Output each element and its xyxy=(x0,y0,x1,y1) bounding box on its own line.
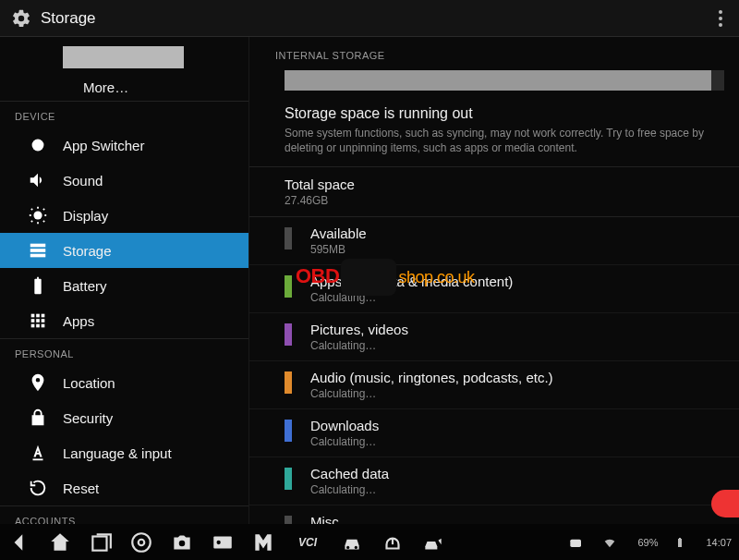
sidebar-item-label: Location xyxy=(63,375,115,391)
circle-icon xyxy=(28,135,48,155)
storage-category-row[interactable]: Apps (app data & media content)Calculati… xyxy=(249,265,739,313)
category-swatch xyxy=(285,227,292,250)
vci-shortcut-icon[interactable]: VCI xyxy=(292,530,323,554)
app-shortcut-icon[interactable] xyxy=(211,530,235,554)
sidebar-category-accounts: ACCOUNTS xyxy=(0,505,248,524)
sidebar-more[interactable]: More… xyxy=(0,74,248,101)
sidebar-item-reset[interactable]: Reset xyxy=(0,470,248,505)
overflow-menu-icon[interactable] xyxy=(719,10,722,27)
category-label: Available xyxy=(310,225,367,241)
svg-rect-2 xyxy=(30,244,46,248)
car-shop-icon[interactable] xyxy=(421,530,445,554)
car-diag-icon[interactable] xyxy=(340,530,364,554)
svg-point-18 xyxy=(179,540,186,546)
category-label: Downloads xyxy=(310,418,379,433)
category-label: Audio (music, ringtones, podcasts, etc.) xyxy=(310,370,553,385)
storage-category-row[interactable]: Misc. xyxy=(249,505,739,524)
m-shortcut-icon[interactable] xyxy=(251,530,275,554)
tpms-icon[interactable] xyxy=(381,530,405,554)
sidebar-item-security[interactable]: Security xyxy=(0,400,248,435)
settings-gear-icon xyxy=(11,8,31,29)
svg-point-20 xyxy=(217,540,221,543)
svg-rect-3 xyxy=(30,249,46,252)
storage-category-row[interactable]: Cached dataCalculating… xyxy=(249,457,739,505)
battery-status-icon xyxy=(674,530,685,554)
sidebar-item-storage[interactable]: Storage xyxy=(0,233,248,268)
recent-apps-icon[interactable] xyxy=(89,530,113,554)
sidebar-item-label: Battery xyxy=(63,278,107,294)
category-label: Cached data xyxy=(310,466,389,481)
svg-rect-15 xyxy=(92,536,106,550)
category-value: Calculating… xyxy=(310,387,553,400)
category-value: Calculating… xyxy=(310,291,513,304)
svg-point-17 xyxy=(139,539,145,545)
svg-rect-25 xyxy=(678,539,682,547)
category-swatch xyxy=(285,420,292,442)
svg-rect-4 xyxy=(30,254,46,258)
svg-rect-5 xyxy=(31,314,35,318)
total-space-value: 27.46GB xyxy=(285,194,711,207)
svg-rect-12 xyxy=(36,324,40,328)
storage-warning: Storage space is running out Some system… xyxy=(249,91,739,167)
apps-grid-icon xyxy=(28,310,48,331)
svg-rect-14 xyxy=(33,458,43,460)
sidebar-item-display[interactable]: Display xyxy=(0,198,248,233)
header-title: Storage xyxy=(41,9,96,28)
sidebar-category-personal: PERSONAL xyxy=(0,338,248,365)
wifi-icon[interactable] xyxy=(602,530,617,554)
reset-icon xyxy=(28,478,48,498)
svg-point-21 xyxy=(346,545,349,548)
svg-rect-8 xyxy=(31,319,35,323)
category-swatch xyxy=(285,371,292,394)
sidebar-item-language[interactable]: Language & input xyxy=(0,435,248,470)
system-navbar: VCI 69% 14:07 xyxy=(0,524,739,560)
sidebar-item-label: App Switcher xyxy=(63,138,144,153)
sidebar-item-label: Language & input xyxy=(63,445,172,461)
sidebar-item-label: Apps xyxy=(63,313,94,329)
language-a-icon xyxy=(28,443,48,463)
category-value: Calculating… xyxy=(310,339,408,352)
corner-badge-icon xyxy=(711,490,739,517)
warning-text: Some system functions, such as syncing, … xyxy=(285,126,711,155)
category-label: Pictures, videos xyxy=(310,322,408,337)
warning-title: Storage space is running out xyxy=(285,105,711,122)
svg-rect-24 xyxy=(571,539,582,546)
storage-category-row[interactable]: Audio (music, ringtones, podcasts, etc.)… xyxy=(249,361,739,409)
back-icon[interactable] xyxy=(7,530,31,554)
storage-panel: INTERNAL STORAGE Storage space is runnin… xyxy=(249,37,739,524)
category-label: Misc. xyxy=(310,514,343,524)
svg-point-1 xyxy=(33,211,42,219)
notification-icon[interactable] xyxy=(567,530,586,554)
storage-category-row[interactable]: Available595MB xyxy=(249,217,739,265)
home-icon[interactable] xyxy=(48,530,72,554)
svg-point-22 xyxy=(355,545,357,548)
battery-icon xyxy=(28,275,48,296)
svg-rect-13 xyxy=(42,324,45,328)
svg-rect-10 xyxy=(42,319,45,323)
sidebar-item-apps[interactable]: Apps xyxy=(0,303,248,338)
category-swatch xyxy=(285,468,292,490)
battery-percent: 69% xyxy=(637,537,658,548)
lock-icon xyxy=(28,408,48,428)
sidebar-item-label: Display xyxy=(63,208,108,224)
sidebar-item-location[interactable]: Location xyxy=(0,365,248,400)
storage-category-row[interactable]: DownloadsCalculating… xyxy=(249,409,739,457)
settings-sidebar: More… DEVICE App Switcher Sound Display … xyxy=(0,37,249,524)
category-label: Apps (app data & media content) xyxy=(310,274,513,289)
total-space-label: Total space xyxy=(285,177,711,192)
camera-icon[interactable] xyxy=(170,530,194,554)
sidebar-redacted-block xyxy=(63,46,184,68)
storage-bar xyxy=(285,70,724,91)
sidebar-item-app-switcher[interactable]: App Switcher xyxy=(0,128,248,163)
svg-rect-26 xyxy=(679,538,681,539)
storage-category-row[interactable]: Pictures, videosCalculating… xyxy=(249,313,739,361)
svg-point-16 xyxy=(132,533,151,552)
sidebar-category-device: DEVICE xyxy=(0,101,248,128)
storage-icon xyxy=(28,240,48,261)
storage-bar-used xyxy=(285,70,711,91)
sidebar-item-battery[interactable]: Battery xyxy=(0,268,248,303)
chrome-icon[interactable] xyxy=(129,530,153,554)
speaker-icon xyxy=(28,170,48,190)
sidebar-item-sound[interactable]: Sound xyxy=(0,163,248,198)
category-value: Calculating… xyxy=(310,483,389,496)
